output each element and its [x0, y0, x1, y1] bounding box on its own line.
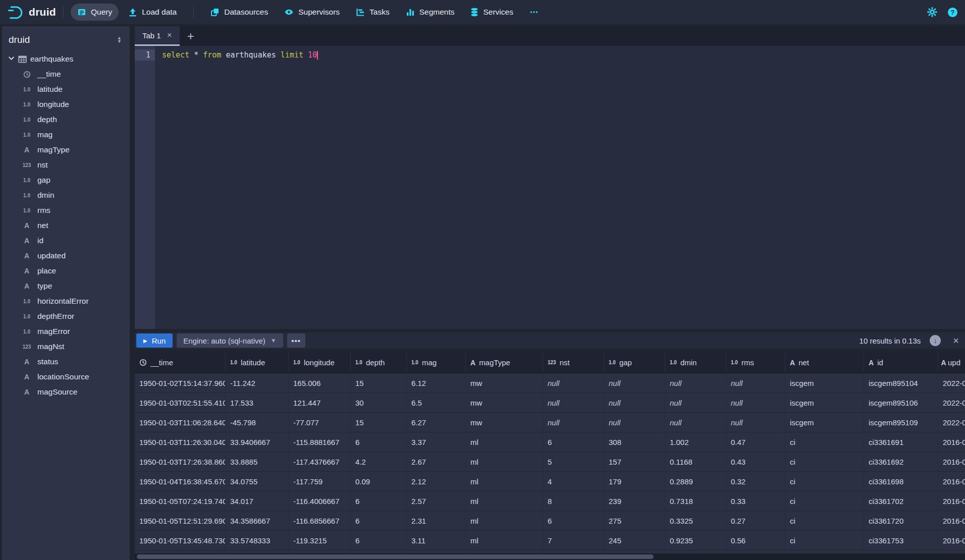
- cell[interactable]: 8: [543, 491, 604, 511]
- cell[interactable]: 6: [351, 511, 407, 530]
- cell[interactable]: 0.9235: [665, 531, 726, 550]
- cell[interactable]: -115.8881667: [289, 432, 351, 452]
- sidebar-column-id[interactable]: Aid: [2, 233, 130, 248]
- cell[interactable]: 2016-0: [938, 452, 965, 471]
- sql-editor[interactable]: 1 select * from earthquakes limit 10: [135, 46, 965, 329]
- nav-item-services[interactable]: Services: [464, 4, 519, 21]
- column-header-upd[interactable]: Aupd: [938, 352, 965, 373]
- cell[interactable]: 15: [351, 413, 407, 432]
- cell[interactable]: 0.32: [726, 472, 785, 491]
- cell[interactable]: 2.31: [407, 511, 466, 530]
- cell[interactable]: 1950-01-03T11:06:28.640Z: [135, 413, 226, 432]
- cell[interactable]: 0.33: [726, 491, 785, 511]
- column-header-gap[interactable]: 1.0gap: [604, 352, 665, 373]
- cell[interactable]: ml: [466, 432, 543, 452]
- nav-item-more[interactable]: [523, 4, 545, 21]
- cell[interactable]: 4.2: [351, 452, 407, 471]
- cell[interactable]: 6.5: [407, 393, 466, 412]
- cell[interactable]: null: [726, 373, 785, 393]
- gear-icon[interactable]: [927, 7, 937, 17]
- cell[interactable]: -117.759: [289, 472, 351, 491]
- tab-close-icon[interactable]: ×: [167, 30, 172, 40]
- column-header-time[interactable]: __time: [135, 352, 226, 373]
- sidebar-column-depthError[interactable]: 1.0depthError: [2, 309, 130, 324]
- cell[interactable]: 157: [604, 452, 665, 471]
- cell[interactable]: 34.3586667: [226, 511, 289, 530]
- nav-item-segments[interactable]: Segments: [399, 4, 461, 21]
- cell[interactable]: ml: [466, 511, 543, 530]
- cell[interactable]: 245: [604, 531, 665, 550]
- cell[interactable]: 0.3325: [665, 511, 726, 530]
- cell[interactable]: null: [665, 373, 726, 393]
- cell[interactable]: iscgem: [785, 413, 864, 432]
- download-results-icon[interactable]: ↓: [930, 335, 941, 346]
- sidebar-column-latitude[interactable]: 1.0latitude: [2, 82, 130, 97]
- cell[interactable]: 2016-0: [938, 531, 965, 550]
- cell[interactable]: 3.37: [407, 432, 466, 452]
- cell[interactable]: 6.12: [407, 373, 466, 393]
- more-options-button[interactable]: •••: [287, 333, 305, 348]
- add-tab-button[interactable]: +: [180, 26, 202, 46]
- sidebar-column-net[interactable]: Anet: [2, 218, 130, 233]
- cell[interactable]: 30: [351, 393, 407, 412]
- nav-item-load-data[interactable]: Load data: [122, 4, 183, 21]
- nav-item-tasks[interactable]: Tasks: [349, 4, 396, 21]
- sidebar-column-mag[interactable]: 1.0mag: [2, 127, 130, 142]
- sidebar-column-magSource[interactable]: AmagSource: [2, 384, 130, 400]
- nav-item-datasources[interactable]: Datasources: [204, 4, 275, 21]
- cell[interactable]: iscgem895104: [864, 373, 938, 393]
- cell[interactable]: null: [604, 413, 665, 432]
- tab-query-1[interactable]: Tab 1 ×: [135, 26, 180, 46]
- column-header-net[interactable]: Anet: [785, 352, 864, 373]
- cell[interactable]: 308: [604, 432, 665, 452]
- cell[interactable]: 6.27: [407, 413, 466, 432]
- cell[interactable]: 0.47: [726, 432, 785, 452]
- cell[interactable]: ml: [466, 452, 543, 471]
- cell[interactable]: ci: [785, 472, 864, 491]
- cell[interactable]: 2.67: [407, 452, 466, 471]
- cell[interactable]: iscgem: [785, 373, 864, 393]
- cell[interactable]: 0.27: [726, 511, 785, 530]
- cell[interactable]: 1950-01-05T13:45:48.730Z: [135, 531, 226, 550]
- cell[interactable]: 121.447: [289, 393, 351, 412]
- cell[interactable]: 2016-0: [938, 511, 965, 530]
- cell[interactable]: null: [604, 393, 665, 412]
- cell[interactable]: ci: [785, 452, 864, 471]
- sidebar-column-place[interactable]: Aplace: [2, 263, 130, 278]
- cell[interactable]: 2.57: [407, 491, 466, 511]
- cell[interactable]: ml: [466, 491, 543, 511]
- sidebar-column-locationSource[interactable]: AlocationSource: [2, 369, 130, 384]
- cell[interactable]: 6: [543, 511, 604, 530]
- cell[interactable]: 3.11: [407, 531, 466, 550]
- cell[interactable]: 1950-01-03T02:51:55.410Z: [135, 393, 226, 412]
- druid-logo[interactable]: druid: [7, 4, 56, 21]
- cell[interactable]: null: [665, 393, 726, 412]
- cell[interactable]: 34.0755: [226, 472, 289, 491]
- cell[interactable]: ci: [785, 511, 864, 530]
- cell[interactable]: 1950-01-04T16:38:45.670Z: [135, 472, 226, 491]
- cell[interactable]: null: [726, 393, 785, 412]
- cell[interactable]: ci3361753: [864, 531, 938, 550]
- cell[interactable]: 17.533: [226, 393, 289, 412]
- cell[interactable]: 34.017: [226, 491, 289, 511]
- sidebar-column-magType[interactable]: AmagType: [2, 142, 130, 157]
- cell[interactable]: 165.006: [289, 373, 351, 393]
- engine-select-button[interactable]: Engine: auto (sql-native) ▼: [177, 333, 283, 348]
- cell[interactable]: null: [543, 393, 604, 412]
- cell[interactable]: 0.1168: [665, 452, 726, 471]
- cell[interactable]: 5: [543, 452, 604, 471]
- horizontal-scrollbar-track[interactable]: [135, 553, 965, 560]
- column-header-nst[interactable]: 123nst: [543, 352, 604, 373]
- cell[interactable]: 275: [604, 511, 665, 530]
- cell[interactable]: 6: [351, 432, 407, 452]
- column-header-id[interactable]: Aid: [864, 352, 938, 373]
- cell[interactable]: 1950-01-05T12:51:29.690Z: [135, 511, 226, 530]
- cell[interactable]: -116.4006667: [289, 491, 351, 511]
- sidebar-column-type[interactable]: Atype: [2, 278, 130, 294]
- cell[interactable]: 2016-0: [938, 491, 965, 511]
- cell[interactable]: 33.9406667: [226, 432, 289, 452]
- cell[interactable]: -11.242: [226, 373, 289, 393]
- cell[interactable]: null: [543, 413, 604, 432]
- cell[interactable]: 2022-0: [938, 393, 965, 412]
- double-caret-vertical-icon[interactable]: ▲▼: [115, 35, 124, 44]
